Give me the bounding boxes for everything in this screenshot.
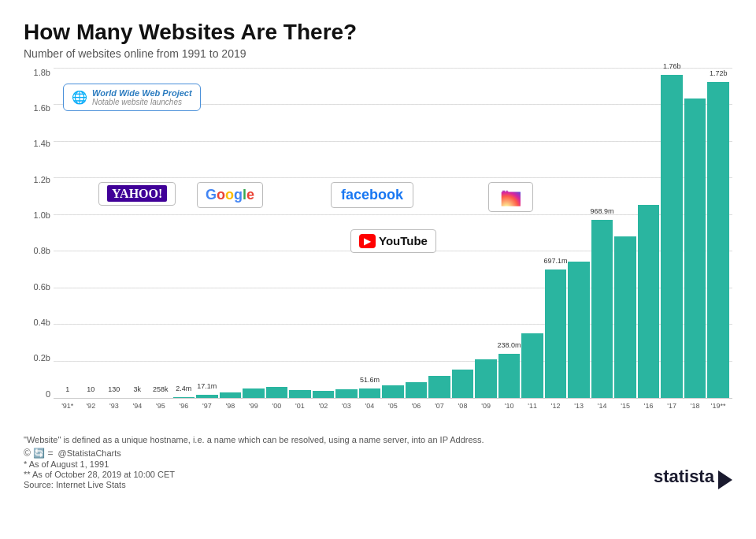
footer-credits: © 🔄 = @StatistaCharts [24,448,175,459]
bar-group: 2.4m [173,68,195,398]
bar-value-label: 3k [134,385,142,393]
asterisk2: ** As of October 28, 2019 at 10:00 CET [24,470,175,479]
y-label-5: 0.8b [34,246,54,255]
bar-group: 17.1m [196,68,218,398]
x-axis-label: '95 [150,402,172,410]
bar [428,376,450,398]
bar-group: 1.72b [707,68,729,398]
bar-group [266,68,288,398]
x-axis-label: '03 [335,402,358,410]
bar-group [684,68,706,398]
bar-group [313,68,335,398]
statista-charts-credit: @StatistaCharts [58,448,121,458]
x-axis-label: '12 [545,402,567,410]
x-axis-label: '94 [127,402,149,410]
bar-group [243,68,265,398]
wwwp-sub: Notable website launches [92,98,192,106]
footer-bottom: © 🔄 = @StatistaCharts * As of August 1, … [24,448,732,489]
footer-note: "Website" is defined as a unique hostnam… [24,435,732,444]
bar: 968.9m [591,220,613,398]
y-axis: 1.8b 1.6b 1.4b 1.2b 1.0b 0.8b 0.6b 0.4b … [24,68,54,399]
x-axis-label: '93 [103,402,125,410]
wwwp-title: World Wide Web Project [92,88,192,98]
bar-group: 968.9m [591,68,613,398]
youtube-logo: YouTube [379,234,428,247]
wwwp-text: World Wide Web Project Notable website l… [92,88,192,106]
wwwp-callout-line [68,111,69,399]
x-axis-label: '98 [220,402,242,410]
bar: 1.76b [661,75,683,398]
bar-group [568,68,590,398]
google-logo: Google [206,187,254,203]
bar-value-label: 130 [108,385,120,393]
x-axis-label: '99 [243,402,265,410]
bar [220,392,242,398]
bar [335,389,358,397]
bar-group: 130 [103,68,125,398]
bar: 697.1m [545,270,567,397]
x-axis-label: '01 [289,402,311,410]
bar-group [452,68,474,398]
source: Source: Internet Live Stats [24,480,175,489]
y-label-0: 1.8b [34,68,54,77]
page-subtitle: Number of websites online from 1991 to 2… [24,47,732,60]
x-axis-label: '17 [661,402,683,410]
bar-value-label: 1.72b [710,69,728,77]
bar: 238.0m [498,354,521,397]
youtube-play-icon: ▶ [359,234,376,248]
x-axis-label: '07 [428,402,450,410]
bar-value-label: 2.4m [176,385,191,392]
x-axis-label: '91* [57,402,79,410]
bar-value-label: 968.9m [591,207,614,215]
cc-icons: © 🔄 = [24,448,54,459]
bar [614,236,636,398]
bar [684,99,706,397]
x-axis-label: '02 [313,402,335,410]
bar [475,359,497,398]
statista-logo: statista [654,467,714,486]
statista-arrow-icon [718,470,732,489]
bar-group: 1.76b [661,68,683,398]
callout-line [230,208,231,393]
callout-yahoo: YAHOO! [98,182,176,206]
instagram-icon: 📷 [500,187,521,206]
x-axis-label: '15 [614,402,636,410]
yahoo-logo: YAHOO! [107,185,167,202]
x-axis-label: '97 [196,402,218,410]
bar [266,387,288,398]
bar [289,390,311,397]
x-axis-label: '92 [80,402,102,410]
bar-value-label: 1.76b [663,62,681,70]
x-axis-label: '06 [406,402,428,410]
footer-left: © 🔄 = @StatistaCharts * As of August 1, … [24,448,175,489]
bar [382,385,404,397]
callout-youtube: ▶ YouTube [350,229,436,253]
chart-area: 1.8b 1.6b 1.4b 1.2b 1.0b 0.8b 0.6b 0.4b … [24,68,732,430]
x-axis-label: '96 [173,402,195,410]
statista-logo-area: statista [654,467,732,489]
y-label-4: 1.0b [34,210,54,220]
bar-group: 238.0m [498,68,521,398]
bar: 1.72b [707,82,729,397]
bar-group: 10 [80,68,102,398]
bar-group [521,68,543,398]
bar [638,205,660,397]
bar [452,370,474,398]
x-axis-label: '19** [707,402,729,410]
x-axis-label: '00 [266,402,288,410]
y-label-7: 0.4b [34,318,54,327]
bar [521,333,543,397]
callout-line [369,208,370,389]
y-label-3: 1.2b [34,175,54,184]
callout-google: Google [197,182,263,208]
globe-icon: 🌐 [72,90,87,105]
bar-group [289,68,311,398]
callout-line [556,212,557,270]
x-axis-label: '13 [568,402,590,410]
x-axis: '91*'92'93'94'95'96'97'98'99'00'01'02'03… [54,399,732,430]
bar-value-label: 10 [87,385,94,393]
x-axis-label: '05 [382,402,404,410]
callout-wwwproject: 🌐 World Wide Web Project Notable website… [63,84,201,111]
bar: 51.6m [359,388,381,398]
facebook-logo: facebook [341,187,403,203]
